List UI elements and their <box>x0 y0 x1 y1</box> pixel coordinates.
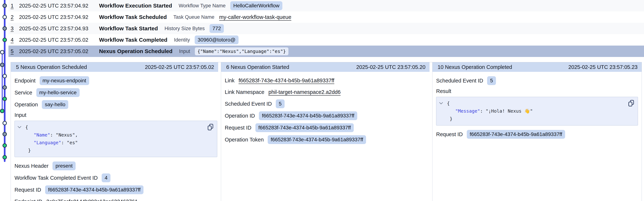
timeline-graph <box>0 0 10 201</box>
panel-title: 10 Nexus Operation Completed <box>438 64 512 70</box>
field-value-badge: present <box>52 161 76 170</box>
panel-body: Scheduled Event ID 5 Result { "Message":… <box>432 72 642 139</box>
panel-header: 6 Nexus Operation Started 2025-02-25 UTC… <box>221 62 430 72</box>
event-row-3[interactable]: 3 2025-02-25 UTC 23:57:04.93 Workflow Ta… <box>8 23 644 34</box>
field-value-badge: 5 <box>487 76 496 85</box>
event-name: Nexus Operation Scheduled <box>99 48 172 54</box>
field-request-id: Request ID f665283f-743e-4374-b45b-9a61a… <box>436 130 638 139</box>
field-operation-token: Operation Token f665283f-743e-4374-b45b-… <box>225 135 428 144</box>
field-label: Service <box>14 90 32 96</box>
field-value-badge: my-nexus-endpoint <box>40 76 89 85</box>
field-label: Nexus Header <box>14 163 48 169</box>
json-content: { "Name": "Nexus", "Language": "es" } <box>25 123 214 154</box>
field-value-badge: f665283f-743e-4374-b45b-9a61a89337ff <box>268 135 366 144</box>
panel-nexus-operation-started: 6 Nexus Operation Started 2025-02-25 UTC… <box>221 62 432 201</box>
field-value-badge: f665283f-743e-4374-b45b-9a61a89337ff <box>256 123 354 132</box>
event-id-link[interactable]: 1 <box>11 3 19 9</box>
field-link-namespace: Link Namespace phil-target-namespace2.a2… <box>225 88 428 96</box>
field-label: Operation ID <box>225 113 255 119</box>
field-label: Operation <box>14 102 38 108</box>
event-name: Workflow Task Scheduled <box>99 14 167 20</box>
event-detail-label: History Size Bytes <box>164 26 205 32</box>
event-id-link[interactable]: 5 <box>11 48 19 54</box>
field-nexus-header: Nexus Header present <box>14 161 217 170</box>
json-viewer: { "Name": "Nexus", "Language": "es" } <box>14 121 217 157</box>
field-label: Input <box>14 112 26 118</box>
history-size-badge: 772 <box>210 24 224 33</box>
event-name: Workflow Task Completed <box>99 37 167 43</box>
chevron-down-icon[interactable] <box>439 102 443 105</box>
event-timestamp: 2025-02-25 UTC 23:57:05.02 <box>19 48 99 54</box>
field-label: Link Namespace <box>225 89 264 95</box>
field-result: Result { "Message": "¡Hola! Nexus 👋" } <box>436 88 638 125</box>
field-label: Result <box>436 88 451 94</box>
chevron-down-icon[interactable] <box>17 126 22 128</box>
event-history-table: 1 2025-02-25 UTC 23:57:04.92 Workflow Ex… <box>0 0 644 57</box>
field-value-badge: f665283f-743e-4374-b45b-9a61a89337ff <box>259 111 357 120</box>
panel-timestamp: 2025-02-25 UTC 23:57:05.02 <box>145 64 214 70</box>
event-group-detail: 5 Nexus Operation Scheduled 2025-02-25 U… <box>11 62 642 201</box>
field-scheduled-event-id: Scheduled Event ID 5 <box>436 76 638 85</box>
copy-icon <box>628 100 634 107</box>
panel-title: 6 Nexus Operation Started <box>226 64 289 70</box>
panel-timestamp: 2025-02-25 UTC 23:57:05.20 <box>356 64 426 70</box>
event-row-1[interactable]: 1 2025-02-25 UTC 23:57:04.92 Workflow Ex… <box>8 0 644 12</box>
event-id-link[interactable]: 4 <box>11 37 19 43</box>
field-value-badge: f665283f-743e-4374-b45b-9a61a89337ff <box>45 185 144 194</box>
json-content: { "Message": "¡Hola! Nexus 👋" } <box>447 100 634 123</box>
field-value-badge: f665283f-743e-4374-b45b-9a61a89337ff <box>467 130 565 139</box>
field-label: Request ID <box>436 131 463 137</box>
copy-button[interactable] <box>206 123 214 132</box>
panel-body: Link f665283f-743e-4374-b45b-9a61a89337f… <box>221 72 432 144</box>
event-timestamp: 2025-02-25 UTC 23:57:04.92 <box>19 3 99 9</box>
panel-body: Endpoint my-nexus-endpoint Service my-he… <box>11 72 221 201</box>
endpoint-id-link[interactable]: 3c0c75ccfa8144b092c13ce632463761 <box>46 198 138 201</box>
task-queue-link[interactable]: my-caller-workflow-task-queue <box>219 14 291 20</box>
workflow-link[interactable]: f665283f-743e-4374-b45b-9a61a89337ff <box>238 78 334 84</box>
field-value-badge: say-hello <box>42 100 68 109</box>
field-value-badge: 4 <box>102 173 110 182</box>
field-label: Request ID <box>14 187 41 193</box>
identity-badge: 30960@totoro@ <box>195 36 238 44</box>
field-label: Link <box>225 78 234 84</box>
event-timestamp: 2025-02-25 UTC 23:57:04.93 <box>19 26 99 32</box>
event-timestamp: 2025-02-25 UTC 23:57:04.92 <box>19 14 99 20</box>
field-label: Endpoint <box>14 78 36 84</box>
panel-nexus-operation-completed: 10 Nexus Operation Completed 2025-02-25 … <box>432 62 642 201</box>
event-row-4[interactable]: 4 2025-02-25 UTC 23:57:05.02 Workflow Ta… <box>8 34 644 46</box>
event-id-link[interactable]: 3 <box>11 26 19 32</box>
event-detail-label: Task Queue Name <box>174 14 214 20</box>
event-id-link[interactable]: 2 <box>11 14 19 20</box>
event-name: Workflow Task Started <box>99 25 158 32</box>
event-detail-label: Input <box>179 49 190 54</box>
input-json-badge: {"Name":"Nexus","Language":"es"} <box>195 47 288 55</box>
panel-header: 10 Nexus Operation Completed 2025-02-25 … <box>432 62 642 72</box>
json-viewer: { "Message": "¡Hola! Nexus 👋" } <box>436 97 638 125</box>
copy-icon <box>207 123 214 131</box>
field-label: Endpoint ID <box>14 198 42 201</box>
field-input: Input { "Name": "Nexus", "Language": "es… <box>14 112 217 157</box>
field-service: Service my-hello-service <box>14 88 217 97</box>
event-row-5-selected[interactable]: 5 2025-02-25 UTC 23:57:05.02 Nexus Opera… <box>8 46 644 57</box>
field-request-id: Request ID f665283f-743e-4374-b45b-9a61a… <box>14 185 217 194</box>
field-value-badge: my-hello-service <box>36 88 80 97</box>
field-label: Workflow Task Completed Event ID <box>14 175 98 181</box>
event-detail-label: Workflow Type Name <box>179 3 226 9</box>
field-label: Operation Token <box>225 137 264 143</box>
field-endpoint: Endpoint my-nexus-endpoint <box>14 76 217 85</box>
field-scheduled-event-id: Scheduled Event ID 5 <box>225 99 428 108</box>
event-detail-label: Identity <box>174 37 190 43</box>
field-request-id: Request ID f665283f-743e-4374-b45b-9a61a… <box>225 123 428 132</box>
panel-timestamp: 2025-02-25 UTC 23:57:05.23 <box>568 64 638 70</box>
field-link: Link f665283f-743e-4374-b45b-9a61a89337f… <box>225 76 428 85</box>
field-label: Scheduled Event ID <box>436 78 483 84</box>
namespace-link[interactable]: phil-target-namespace2.a2dd6 <box>268 89 340 95</box>
panel-nexus-operation-scheduled: 5 Nexus Operation Scheduled 2025-02-25 U… <box>11 62 221 201</box>
event-row-2[interactable]: 2 2025-02-25 UTC 23:57:04.92 Workflow Ta… <box>8 12 644 23</box>
field-label: Request ID <box>225 125 251 131</box>
copy-button[interactable] <box>627 99 635 108</box>
event-timestamp: 2025-02-25 UTC 23:57:05.02 <box>19 37 99 43</box>
field-operation-id: Operation ID f665283f-743e-4374-b45b-9a6… <box>225 111 428 120</box>
field-label: Scheduled Event ID <box>225 101 272 107</box>
workflow-type-badge: HelloCallerWorkflow <box>230 1 282 10</box>
